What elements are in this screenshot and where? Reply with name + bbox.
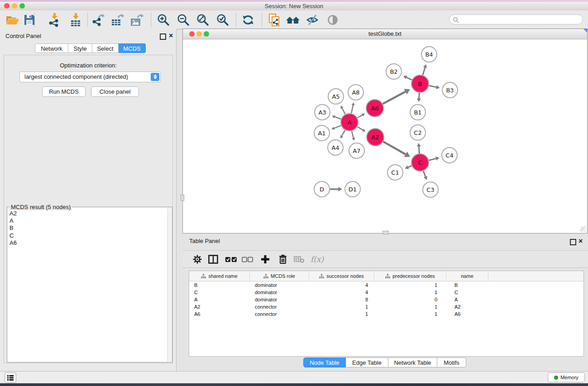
graph-edge-A-A6[interactable] <box>357 115 362 118</box>
table-cell[interactable]: dominator <box>250 296 309 303</box>
graph-node-A8[interactable]: A8 <box>348 85 363 100</box>
graph-node-A1[interactable]: A1 <box>314 125 330 141</box>
graph-edge-A-A1[interactable] <box>334 125 341 128</box>
graph-node-D[interactable]: D <box>314 181 330 197</box>
tab-node-table[interactable]: Node Table <box>303 357 346 367</box>
close-panel-icon[interactable]: × <box>169 33 173 39</box>
result-item[interactable]: A6 <box>10 239 166 247</box>
result-item[interactable]: A2 <box>10 210 166 217</box>
network-canvas[interactable]: AA1A2A3A4A5A6A7A8BB1B2B3B4CC1C2C3C4DD1 <box>183 39 587 233</box>
close-panel-icon[interactable]: × <box>578 238 583 244</box>
graph-node-C2[interactable]: C2 <box>410 125 425 140</box>
table-cell[interactable]: A <box>446 296 488 303</box>
table-cell[interactable]: dominator <box>250 289 309 296</box>
resize-grip-icon[interactable] <box>580 226 586 232</box>
column-header-shared-name[interactable]: shared name <box>189 271 250 281</box>
graph-node-B4[interactable]: B4 <box>421 47 437 62</box>
graph-node-A4[interactable]: A4 <box>328 140 343 155</box>
float-panel-icon[interactable] <box>570 239 576 245</box>
graph-node-A7[interactable]: A7 <box>349 143 364 158</box>
table-row[interactable]: Adominator80A <box>189 296 583 303</box>
graph-node-C4[interactable]: C4 <box>442 148 457 163</box>
home-icon[interactable] <box>285 13 301 27</box>
table-cell[interactable]: 1 <box>309 310 374 318</box>
graph-edge-A-A4[interactable] <box>342 130 345 136</box>
table-row[interactable]: Cdominator41C <box>189 289 583 296</box>
tab-network[interactable]: Network <box>35 43 68 53</box>
graph-edge-B-B3[interactable] <box>429 86 436 87</box>
graph-edge-A2-C[interactable] <box>383 142 406 154</box>
column-header-predecessor-nodes[interactable]: predecessor nodes <box>374 271 446 281</box>
graph-edge-A-A7[interactable] <box>352 131 354 138</box>
gear-icon[interactable] <box>192 254 202 264</box>
graph-node-A2[interactable]: A2 <box>367 129 384 146</box>
search-input[interactable] <box>449 14 583 24</box>
table-cell[interactable]: 1 <box>374 310 446 318</box>
table-cell[interactable]: 4 <box>309 289 374 296</box>
graph-node-C1[interactable]: C1 <box>387 165 403 180</box>
table-cell[interactable]: B <box>189 281 250 289</box>
table-cell[interactable]: 0 <box>374 296 446 303</box>
splitter-handle-bottom[interactable] <box>382 231 389 234</box>
table-row[interactable]: A6connector11A6 <box>189 310 583 318</box>
graph-edge-A-A3[interactable] <box>335 117 341 119</box>
table-cell[interactable]: C <box>446 289 488 296</box>
graph-node-B[interactable]: B <box>411 75 429 92</box>
graph-node-B2[interactable]: B2 <box>386 64 402 79</box>
zoom-in-icon[interactable] <box>156 13 171 27</box>
split-panel-icon[interactable] <box>208 254 218 264</box>
table-cell[interactable]: A6 <box>446 310 488 318</box>
graph-edge-A6-B[interactable] <box>383 91 406 104</box>
criterion-select[interactable]: largest connected component (directed) <box>19 71 161 82</box>
tab-network-table[interactable]: Network Table <box>388 357 437 367</box>
table-cell[interactable]: A2 <box>446 303 488 310</box>
graph-node-A[interactable]: A <box>341 114 358 131</box>
tab-mcds[interactable]: MCDS <box>119 43 146 53</box>
graph-edge-C-C2[interactable] <box>419 147 419 153</box>
table-cell[interactable]: C <box>189 289 250 296</box>
show-details-icon[interactable] <box>325 13 340 27</box>
import-network-icon[interactable] <box>47 13 62 27</box>
column-header-name[interactable]: name <box>446 271 488 281</box>
tab-style[interactable]: Style <box>68 43 92 53</box>
result-item[interactable]: C <box>10 232 166 239</box>
close-panel-button[interactable]: Close panel <box>91 86 139 97</box>
zoom-out-icon[interactable] <box>176 13 191 27</box>
column-header-MCDS-role[interactable]: MCDS role <box>250 271 309 281</box>
table-cell[interactable]: A2 <box>189 303 250 310</box>
export-image-icon[interactable] <box>129 13 145 27</box>
graph-edge-C-C4[interactable] <box>429 158 436 160</box>
zoom-fit-icon[interactable] <box>195 13 210 27</box>
export-table-icon[interactable] <box>110 13 125 27</box>
export-network-icon[interactable] <box>91 13 106 27</box>
float-panel-icon[interactable] <box>160 33 166 40</box>
table-cell[interactable]: 8 <box>309 296 374 303</box>
graph-node-A3[interactable]: A3 <box>315 105 330 120</box>
graph-node-C[interactable]: C <box>411 154 429 171</box>
hide-details-icon[interactable] <box>305 13 320 27</box>
table-cell[interactable]: 1 <box>374 303 446 310</box>
graph-node-B3[interactable]: B3 <box>442 82 458 98</box>
graph-edge-A-A2[interactable] <box>357 127 363 130</box>
table-cell[interactable]: 1 <box>374 281 446 289</box>
table-row[interactable]: A2connector11A2 <box>189 303 583 310</box>
table-cell[interactable]: 1 <box>309 303 374 310</box>
table-row[interactable]: Bdominator41B <box>189 281 583 289</box>
table-cell[interactable]: B <box>446 281 488 289</box>
graph-edge-C-C3[interactable] <box>423 171 425 177</box>
graph-node-A6[interactable]: A6 <box>366 100 383 117</box>
result-item[interactable]: A <box>10 217 166 224</box>
tab-edge-table[interactable]: Edge Table <box>346 357 388 367</box>
unselect-all-icon[interactable] <box>242 254 253 264</box>
result-scrollbar[interactable] <box>167 208 172 362</box>
table-cell[interactable]: connector <box>250 310 309 318</box>
column-header-successor-nodes[interactable]: successor nodes <box>309 271 374 281</box>
table-cell[interactable]: A6 <box>189 310 250 318</box>
graph-node-C3[interactable]: C3 <box>423 182 438 197</box>
graph-edge-A-A5[interactable] <box>342 108 345 114</box>
select-all-icon[interactable] <box>225 254 237 264</box>
graph-edge-B-B4[interactable] <box>423 67 425 75</box>
graph-node-A5[interactable]: A5 <box>328 89 344 104</box>
tab-motifs[interactable]: Motifs <box>437 357 466 367</box>
task-history-button[interactable] <box>5 372 16 383</box>
